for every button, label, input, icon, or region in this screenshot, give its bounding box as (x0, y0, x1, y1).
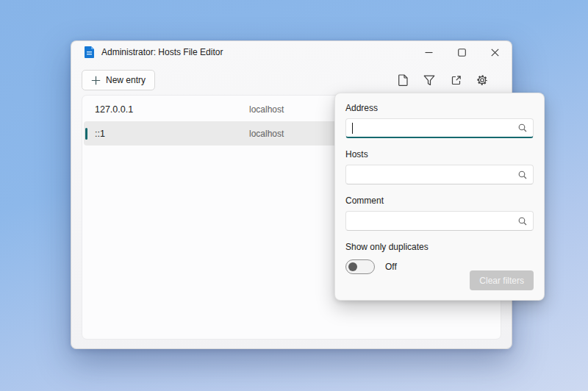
search-icon (518, 123, 527, 132)
address-filter-input[interactable] (345, 118, 534, 138)
search-icon (518, 171, 527, 179)
filter-button[interactable] (419, 70, 440, 90)
toggle-state-label: Off (385, 262, 397, 272)
settings-button[interactable] (472, 70, 492, 90)
search-icon (518, 217, 527, 226)
comment-filter-input[interactable] (345, 211, 534, 231)
gear-icon (476, 74, 488, 86)
new-file-button[interactable] (392, 70, 413, 90)
new-entry-button[interactable]: New entry (82, 70, 155, 90)
maximize-icon (458, 49, 466, 57)
new-file-icon (398, 74, 409, 86)
address-cell: 127.0.0.1 (95, 104, 249, 115)
plus-icon (91, 76, 101, 85)
minimize-icon (425, 49, 433, 57)
app-icon (85, 46, 94, 58)
toggle-knob (348, 262, 357, 271)
open-external-icon (451, 75, 462, 86)
clear-filters-button[interactable]: Clear filters (470, 270, 534, 290)
text-caret (352, 123, 353, 134)
minimize-button[interactable] (412, 41, 445, 63)
hosts-cell: localhost (249, 104, 284, 115)
hosts-filter-label: Hosts (345, 149, 534, 159)
window-title: Administrator: Hosts File Editor (101, 47, 223, 57)
open-external-button[interactable] (445, 70, 466, 90)
address-cell: ::1 (95, 129, 249, 139)
maximize-button[interactable] (445, 41, 478, 63)
close-button[interactable] (478, 41, 512, 63)
address-filter-label: Address (345, 103, 534, 113)
hosts-filter-input[interactable] (345, 165, 534, 184)
comment-filter-label: Comment (345, 196, 534, 206)
selection-accent (85, 128, 87, 140)
filter-popup: Address Hosts Comment Show only duplicat… (334, 93, 545, 301)
new-entry-label: New entry (106, 75, 146, 85)
filter-icon (423, 75, 435, 86)
close-icon (491, 49, 499, 57)
hosts-cell: localhost (249, 129, 284, 139)
toolbar: New entry (82, 69, 501, 91)
clear-filters-label: Clear filters (479, 276, 524, 286)
duplicates-toggle[interactable] (345, 259, 375, 274)
duplicates-label: Show only duplicates (345, 242, 534, 252)
titlebar[interactable]: Administrator: Hosts File Editor (71, 41, 512, 63)
